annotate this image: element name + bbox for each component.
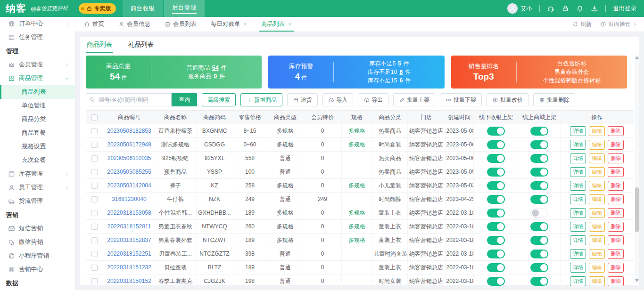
sidebar-item-商品管理[interactable]: 商品管理: [0, 72, 75, 85]
close-icon[interactable]: ×: [244, 21, 248, 28]
support-icon[interactable]: [547, 5, 554, 12]
delete-button[interactable]: 删除: [608, 249, 624, 259]
sidebar-item-订单中心[interactable]: 订单中心: [0, 17, 75, 31]
offline-shelf-toggle[interactable]: [487, 236, 505, 245]
offline-shelf-toggle[interactable]: [487, 195, 505, 204]
detail-button[interactable]: 详情: [570, 222, 586, 232]
panel-tab-礼品列表[interactable]: 礼品列表: [127, 37, 155, 53]
logout-button[interactable]: 退出登录: [613, 5, 636, 13]
row-checkbox[interactable]: [91, 265, 98, 271]
edit-button[interactable]: 编辑: [589, 208, 605, 218]
user-menu[interactable]: 艾小: [507, 3, 532, 14]
offline-shelf-toggle[interactable]: [487, 250, 505, 258]
delete-button[interactable]: 删除: [608, 276, 624, 286]
online-shelf-toggle[interactable]: [530, 236, 548, 245]
toolbar-button-导出[interactable]: 导出: [358, 93, 388, 106]
edit-button[interactable]: 编辑: [589, 263, 605, 273]
scroll-down-icon[interactable]: [635, 279, 639, 282]
product-id-link[interactable]: 20230508182853: [107, 128, 151, 134]
download-icon[interactable]: [591, 5, 598, 12]
row-checkbox[interactable]: [91, 169, 98, 175]
bell-icon[interactable]: [576, 5, 584, 12]
online-shelf-toggle[interactable]: [530, 209, 548, 218]
delete-button[interactable]: 删除: [608, 263, 624, 273]
offline-shelf-toggle[interactable]: [487, 140, 505, 149]
online-shelf-toggle[interactable]: [530, 195, 548, 204]
detail-button[interactable]: 详情: [570, 140, 586, 150]
toolbar-button-批量删除[interactable]: 批量删除: [533, 93, 575, 106]
sidebar-item-商品分类[interactable]: 商品分类: [0, 113, 75, 126]
lock-icon[interactable]: [561, 5, 569, 12]
online-shelf-toggle[interactable]: [530, 181, 548, 190]
detail-button[interactable]: 详情: [570, 208, 586, 218]
spec-link[interactable]: 多规格: [348, 182, 365, 189]
delete-button[interactable]: 删除: [608, 140, 624, 150]
edit-button[interactable]: 编辑: [589, 276, 605, 286]
detail-button[interactable]: 详情: [570, 181, 586, 191]
online-shelf-toggle[interactable]: [530, 168, 548, 177]
edit-button[interactable]: 编辑: [589, 249, 605, 259]
offline-shelf-toggle[interactable]: [487, 168, 505, 177]
search-button[interactable]: 查询: [172, 93, 197, 106]
online-shelf-toggle[interactable]: [530, 250, 548, 258]
online-shelf-toggle[interactable]: [530, 277, 548, 286]
product-id-link[interactable]: 31681230040: [112, 196, 146, 202]
online-shelf-toggle[interactable]: [530, 140, 548, 149]
topnav-后台管理[interactable]: 后台管理: [164, 0, 205, 17]
offline-shelf-toggle[interactable]: [487, 154, 505, 163]
detail-value[interactable]: 6: [399, 69, 403, 75]
offline-shelf-toggle[interactable]: [487, 263, 505, 272]
detail-value[interactable]: 6: [399, 77, 403, 84]
online-shelf-toggle[interactable]: [530, 222, 548, 231]
online-shelf-toggle[interactable]: [530, 263, 548, 272]
row-checkbox[interactable]: [91, 251, 98, 257]
scroll-thumb[interactable]: [635, 187, 639, 232]
delete-button[interactable]: 删除: [608, 235, 624, 245]
tab-商品列表[interactable]: 商品列表×: [259, 17, 294, 32]
toolbar-button-批量下架[interactable]: 批量下架: [440, 93, 482, 106]
detail-value[interactable]: 5: [398, 60, 401, 67]
sidebar-item-员工管理[interactable]: 员工管理: [0, 181, 75, 194]
avatar[interactable]: [507, 3, 518, 14]
offline-shelf-toggle[interactable]: [487, 127, 505, 136]
edit-button[interactable]: 编辑: [589, 194, 605, 204]
edit-button[interactable]: 编辑: [589, 126, 605, 136]
spec-link[interactable]: 多规格: [348, 237, 365, 243]
delete-button[interactable]: 删除: [608, 222, 624, 232]
product-id-link[interactable]: 20230506110035: [107, 155, 151, 161]
detail-button[interactable]: 详情: [570, 276, 586, 286]
spec-link[interactable]: 多规格: [348, 141, 365, 148]
offline-shelf-toggle[interactable]: [487, 277, 505, 286]
toolbar-button-高级搜索[interactable]: 高级搜索: [202, 93, 236, 106]
product-id-link[interactable]: 20230505085255: [107, 169, 151, 175]
detail-button[interactable]: 详情: [570, 194, 586, 204]
sidebar-item-会员管理[interactable]: 会员管理: [0, 58, 75, 72]
edit-button[interactable]: 编辑: [589, 167, 605, 177]
sidebar-item-规格设置[interactable]: 规格设置: [0, 140, 75, 153]
panel-tab-商品列表[interactable]: 商品列表: [86, 37, 113, 53]
tabbar-action-页面操作[interactable]: 页面操作: [600, 20, 637, 28]
row-checkbox[interactable]: [91, 155, 98, 161]
detail-button[interactable]: 详情: [570, 235, 586, 245]
spec-link[interactable]: 多规格: [348, 223, 365, 230]
product-id-link[interactable]: 20220318152251: [107, 250, 151, 257]
spec-link[interactable]: 多规格: [348, 128, 365, 134]
sidebar-item-小程序营销[interactable]: 小程序营销: [0, 249, 75, 263]
offline-shelf-toggle[interactable]: [487, 222, 505, 231]
sidebar-item-微信营销[interactable]: 微信营销: [0, 235, 75, 249]
sidebar-item-任务管理[interactable]: 任务管理: [0, 31, 75, 44]
toolbar-button-新增商品[interactable]: 新增商品: [240, 93, 282, 106]
edit-button[interactable]: 编辑: [589, 140, 605, 150]
delete-button[interactable]: 删除: [608, 167, 624, 177]
row-checkbox[interactable]: [91, 142, 98, 148]
toolbar-button-进货[interactable]: 进货: [287, 93, 318, 106]
detail-button[interactable]: 详情: [570, 249, 586, 259]
product-id-link[interactable]: 20220318151232: [107, 264, 151, 271]
sidebar-item-库存管理[interactable]: 库存管理: [0, 167, 75, 181]
edit-button[interactable]: 编辑: [589, 222, 605, 232]
product-id-link[interactable]: 20220318152837: [107, 237, 151, 243]
offline-shelf-toggle[interactable]: [487, 209, 505, 218]
scroll-up-icon[interactable]: [635, 56, 639, 59]
product-id-link[interactable]: 20230503142004: [107, 182, 151, 189]
detail-button[interactable]: 详情: [570, 153, 586, 163]
